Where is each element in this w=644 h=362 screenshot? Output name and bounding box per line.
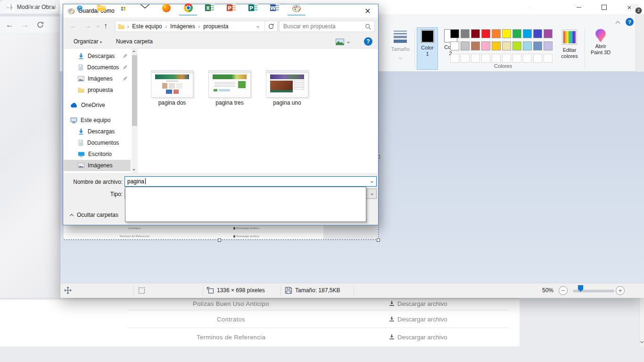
open-paint3d-button[interactable]: AbrirPaint 3D	[587, 28, 614, 56]
taskbar-excel[interactable]: X	[199, 0, 221, 16]
size-button[interactable]: Tamaño	[388, 29, 413, 61]
address-bar[interactable]: › Este equipo › Imágenes › propuesta	[115, 21, 278, 32]
resize-handle-bottom[interactable]	[218, 239, 221, 242]
browser-refresh-button[interactable]	[37, 21, 44, 28]
palette-color[interactable]	[533, 41, 542, 50]
palette-empty[interactable]	[492, 54, 501, 63]
palette-color[interactable]	[450, 29, 459, 38]
palette-color[interactable]	[492, 41, 501, 50]
edit-colors-button[interactable]: Editarcolores	[556, 29, 583, 59]
search-box[interactable]: Buscar en propuesta	[279, 21, 375, 32]
breadcrumb-item[interactable]: propuesta	[200, 23, 231, 30]
download-link[interactable]: Descargar archivo	[389, 334, 447, 341]
sidebar-item-documentos-2[interactable]: Documentos	[64, 137, 131, 148]
palette-color[interactable]	[512, 41, 521, 50]
sidebar-item-escritorio[interactable]: Escritorio	[64, 148, 131, 160]
breadcrumb-item[interactable]: Imágenes	[167, 23, 198, 30]
taskbar-paint[interactable]	[286, 0, 307, 16]
palette-color[interactable]	[523, 41, 532, 50]
refresh-icon[interactable]	[268, 23, 274, 30]
dialog-help-button[interactable]: ?	[364, 37, 372, 46]
palette-color[interactable]	[461, 29, 470, 38]
palette-empty[interactable]	[502, 54, 511, 63]
minimize-button[interactable]	[568, 0, 590, 14]
scroll-down-icon[interactable]	[132, 168, 135, 171]
scrollbar-thumb[interactable]	[132, 55, 137, 126]
back-button[interactable]: ←	[70, 22, 77, 30]
color1-button[interactable]: Color1	[417, 27, 438, 70]
download-link[interactable]: Descargar archivo	[389, 316, 447, 323]
palette-color[interactable]	[502, 41, 511, 50]
new-folder-button[interactable]: Nueva carpeta	[116, 38, 153, 45]
browser-forward-button[interactable]: →	[21, 21, 29, 29]
palette-color[interactable]	[523, 29, 532, 38]
type-dropdown-icon[interactable]	[368, 189, 376, 198]
sidebar-item-onedrive[interactable]: OneDrive	[64, 99, 131, 111]
palette-color[interactable]	[544, 29, 553, 38]
scroll-down-icon[interactable]	[640, 340, 644, 343]
taskbar-firefox[interactable]	[156, 0, 177, 16]
taskbar-edge[interactable]: e	[69, 0, 91, 16]
view-mode-icon[interactable]	[336, 39, 344, 45]
download-link[interactable]: Descargar archivo	[389, 300, 447, 307]
palette-empty[interactable]	[481, 54, 490, 63]
palette-color[interactable]	[544, 41, 553, 50]
filename-autocomplete-popup[interactable]	[125, 187, 366, 222]
dialog-close-button[interactable]: ✕	[357, 4, 378, 17]
sidebar-item-documentos[interactable]: Documentos	[64, 62, 131, 73]
palette-empty[interactable]	[461, 54, 470, 63]
scroll-up-icon[interactable]	[132, 50, 135, 53]
palette-color[interactable]	[512, 29, 521, 38]
sidebar-item-descargas-2[interactable]: Descargas	[64, 126, 131, 137]
sidebar-item-propuesta[interactable]: propuesta	[64, 84, 131, 96]
palette-color[interactable]	[481, 29, 490, 38]
breadcrumb-item[interactable]: Este equipo	[129, 23, 165, 30]
browser-back-button[interactable]: ←	[6, 21, 14, 29]
palette-color[interactable]	[471, 29, 480, 38]
sidebar-item-imagenes[interactable]: Imágenes	[64, 73, 131, 84]
palette-color[interactable]	[471, 41, 480, 50]
recent-locations-icon[interactable]	[97, 25, 99, 27]
file-thumbnail-pagina-tres[interactable]	[208, 70, 251, 98]
taskbar-mail[interactable]	[134, 0, 156, 16]
taskbar-file-explorer[interactable]	[91, 0, 112, 16]
palette-empty[interactable]	[533, 54, 542, 63]
filename-input[interactable]: pagina	[124, 176, 377, 187]
taskbar-search-button[interactable]	[22, 0, 43, 16]
palette-color[interactable]	[533, 29, 542, 38]
sidebar-item-este-equipo[interactable]: Este equipo	[64, 115, 131, 126]
zoom-out-button[interactable]: −	[559, 286, 568, 295]
palette-empty[interactable]	[512, 54, 521, 63]
organize-button[interactable]: Organizar ▾	[74, 38, 102, 45]
start-button[interactable]	[0, 0, 22, 16]
palette-color[interactable]	[492, 29, 501, 38]
palette-color[interactable]	[502, 29, 511, 38]
palette-color[interactable]	[481, 41, 490, 50]
filename-dropdown-icon[interactable]	[368, 177, 376, 186]
help-button[interactable]: ?	[626, 18, 634, 26]
forward-button[interactable]: →	[84, 22, 91, 30]
hide-folders-button[interactable]: Ocultar carpetas	[70, 212, 118, 218]
taskbar-store[interactable]	[112, 0, 134, 16]
palette-empty[interactable]	[523, 54, 532, 63]
up-button[interactable]: ↑	[104, 22, 107, 30]
taskbar-chrome[interactable]	[177, 0, 199, 16]
file-thumbnail-pagina-uno[interactable]	[266, 70, 308, 98]
notification-center-button[interactable]: 2	[631, 3, 639, 13]
palette-empty[interactable]	[450, 54, 459, 63]
view-dropdown-icon[interactable]	[347, 41, 350, 43]
file-thumbnail-pagina-dos[interactable]	[151, 70, 193, 98]
sidebar-item-descargas[interactable]: Descargas	[64, 50, 131, 62]
zoom-in-button[interactable]: +	[616, 286, 625, 295]
task-view-button[interactable]	[43, 0, 65, 16]
sidebar-item-imagenes-2[interactable]: Imágenes	[64, 160, 131, 171]
collapse-ribbon-icon[interactable]	[616, 21, 620, 26]
taskbar-powerpoint[interactable]: P	[221, 0, 242, 16]
address-dropdown-icon[interactable]	[256, 25, 259, 28]
browser-scrollbar[interactable]	[639, 298, 644, 346]
taskbar-word[interactable]: W	[264, 0, 286, 16]
maximize-button[interactable]	[593, 0, 615, 14]
palette-color[interactable]	[461, 41, 470, 50]
palette-color[interactable]	[450, 41, 459, 50]
sidebar-scrollbar[interactable]	[132, 49, 138, 173]
